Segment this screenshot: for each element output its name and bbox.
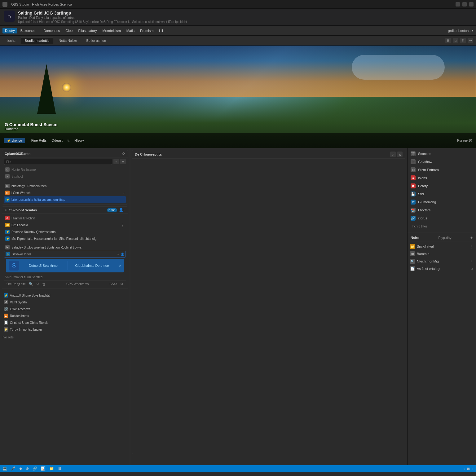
toolbar-domeness[interactable]: Domeness bbox=[41, 28, 63, 33]
panel-row-text-0: Nonte Rrs interne bbox=[11, 168, 125, 171]
toolbar-dropdown-icon[interactable]: ▾ bbox=[472, 29, 474, 33]
tab-bbtlcr[interactable]: Bbtlcr ashlon bbox=[82, 37, 110, 44]
download-label1: Detcort5 Searrhmo bbox=[23, 264, 64, 267]
title-bar-controls[interactable] bbox=[456, 2, 474, 7]
bottom-row-3[interactable]: ▲ Rotldes bnnts bbox=[2, 312, 127, 319]
prop-row-3[interactable]: 📄 As 1sst ertaldgt ∧ bbox=[409, 265, 474, 272]
close-button[interactable] bbox=[469, 2, 474, 7]
panel-row-2[interactable]: ⊞ hndlotogy l Ratnobin tnen bbox=[4, 183, 126, 189]
gps-label: GPS Whenrams bbox=[49, 282, 107, 286]
rp-sconces[interactable]: 🎬 Sconces bbox=[409, 150, 474, 157]
toolbar-matis[interactable]: Matis bbox=[124, 28, 137, 33]
status-icon-6[interactable]: 📁 bbox=[49, 466, 54, 471]
props-title: Nslro bbox=[411, 236, 419, 240]
export-add-icon[interactable]: 👤+ bbox=[119, 208, 125, 212]
gps-delete-icon[interactable]: 🗑 bbox=[42, 282, 46, 286]
status-icon-2[interactable]: ◆ bbox=[19, 466, 22, 471]
rp-label-srctn: Srctn Entrtres bbox=[418, 168, 439, 172]
panel-row-icon-2: ⊞ bbox=[5, 184, 10, 188]
hero-nav-odeast[interactable]: Odeast bbox=[51, 138, 62, 143]
prop-row-1[interactable]: ⊞ Bamtoln bbox=[409, 250, 474, 258]
status-row-0[interactable]: N Satactry S tulov woeltmrt Sontst on Ro… bbox=[4, 244, 126, 251]
toolbar-membrizism[interactable]: Membrizism bbox=[100, 28, 123, 33]
toolbar-h1[interactable]: H1 bbox=[156, 28, 166, 33]
prop-row-2[interactable]: 🔍 Ntech.monMig bbox=[409, 258, 474, 265]
status-nav-forward[interactable]: › bbox=[472, 467, 474, 471]
status-icon-1[interactable]: 🎤 bbox=[11, 466, 15, 471]
download-row[interactable]: S Detcort5 Searrhmo Glopbhalmts Dertmice… bbox=[6, 259, 124, 272]
panel-row-3[interactable]: ◐ l Onrt Wrench. bbox=[4, 189, 126, 196]
export-row-3[interactable]: ⚡ Msl Rgreontalb. Hxsse scknktr lsrt Sih… bbox=[4, 235, 126, 242]
clouds bbox=[352, 55, 445, 80]
prop-menu-0[interactable] bbox=[469, 244, 473, 249]
export-row-1[interactable]: 📁 Ctrl Locoriia bbox=[4, 222, 126, 228]
bottom-row-4[interactable]: 📄 Of ntnst Snao Gbhts Rtelols bbox=[2, 319, 127, 326]
rp-petoty[interactable]: ✖ Petoty bbox=[409, 182, 474, 190]
prop-icon-3: 📄 bbox=[410, 266, 415, 271]
gps-refresh-icon[interactable]: ↺ bbox=[36, 282, 39, 286]
prop-row-0[interactable]: 📁 Bnck/hrtval bbox=[409, 243, 474, 250]
tab-icon-4[interactable]: ⋯ bbox=[468, 38, 473, 43]
export-row-0[interactable]: ⊕ H'mmm ltr Nolign bbox=[4, 215, 126, 222]
status-action-1[interactable]: ○ bbox=[117, 253, 119, 256]
rp-gnvshow[interactable]: 🎥 Gnvshow bbox=[409, 158, 474, 165]
hero-nav-tt[interactable]: tt bbox=[68, 138, 69, 143]
rp-small-label: hcnrd tlltes bbox=[411, 224, 429, 229]
app-path: Updated 01set Hitle ext of OIG Someting … bbox=[18, 20, 472, 24]
toolbar-glee[interactable]: Glee bbox=[63, 28, 75, 33]
filter-options-btn[interactable]: ≡ bbox=[120, 159, 126, 164]
minimize-button[interactable] bbox=[456, 2, 460, 7]
status-row-1[interactable]: ⚡ Ssvhvor Iorvls ○ 👤 bbox=[4, 251, 126, 258]
props-add-icon[interactable]: + bbox=[470, 236, 473, 240]
cplanto-refresh-icon[interactable]: ⟳ bbox=[122, 152, 125, 156]
export-sources-title: f Svolont Semtas bbox=[9, 208, 37, 212]
panel-row-0[interactable]: □ Nonte Rrs interne bbox=[4, 166, 126, 173]
tab-icon-2[interactable]: □ bbox=[453, 38, 458, 43]
tab-tlochs[interactable]: tlochs bbox=[2, 37, 20, 44]
tab-notts[interactable]: Notts Nalize bbox=[55, 37, 81, 44]
export-sources-header: ⊙ f Svolont Semtas DPh3 👤+ bbox=[2, 207, 128, 214]
middle-close-btn[interactable]: ∧ bbox=[397, 152, 403, 157]
maximize-button[interactable] bbox=[462, 2, 467, 7]
panel-row-1[interactable]: ≡ Strxhpct bbox=[4, 173, 126, 180]
rp-glumorrang[interactable]: ⟳ Glumorrang bbox=[409, 198, 474, 206]
app-subtitle: Pachon Dad Early tela tropacise of entre… bbox=[18, 16, 472, 20]
status-icon-0[interactable]: 💻 bbox=[2, 466, 7, 471]
prop-menu-2[interactable] bbox=[469, 259, 473, 263]
toolbar-baxsonet[interactable]: Baxsonet bbox=[18, 28, 37, 33]
rp-stnr[interactable]: 💾 Stnr bbox=[409, 190, 474, 198]
filter-input[interactable] bbox=[4, 159, 112, 165]
toolbar-premism[interactable]: Premism bbox=[138, 28, 156, 33]
export-menu-1[interactable] bbox=[121, 223, 125, 227]
toolbar-destry[interactable]: Destry bbox=[2, 28, 17, 33]
tab-bradiurm[interactable]: Bradiurmiadottis bbox=[21, 37, 53, 44]
gps-settings-icon[interactable]: ⚙ bbox=[120, 282, 123, 286]
bottom-row-0[interactable]: ⚡ Ancxtol/ Shone Scvs bravhtal bbox=[2, 292, 127, 299]
bottom-row-1[interactable]: ↺ Varnl Syortn bbox=[2, 299, 127, 306]
middle-expand-btn[interactable]: ⤢ bbox=[390, 152, 396, 157]
rp-lbortars[interactable]: 📚 Lbortars bbox=[409, 206, 474, 214]
bottom-row-2[interactable]: 🔗 G'Ne Arcconxs bbox=[2, 306, 127, 312]
hero-chorloo-button[interactable]: ⚡ chorloo bbox=[4, 138, 25, 143]
rp-lolons[interactable]: ● lolons bbox=[409, 174, 474, 182]
status-action-2[interactable]: 👤 bbox=[121, 253, 124, 256]
status-icon-5[interactable]: 📊 bbox=[41, 466, 46, 471]
status-icon-7[interactable]: 🖥 bbox=[58, 466, 61, 471]
status-icon-4[interactable]: 🔗 bbox=[33, 466, 37, 471]
panel-row-4[interactable]: ⚡ brter dssorrthite helta yes arsttornhi… bbox=[4, 196, 126, 203]
download-close[interactable]: ○ bbox=[119, 264, 121, 267]
filter-clear-btn[interactable]: ○ bbox=[113, 159, 119, 164]
toolbar-pilasecatory[interactable]: Pilasecatory bbox=[76, 28, 99, 33]
hero-nav-hlsory[interactable]: Hlsory bbox=[74, 138, 84, 143]
status-nav-back[interactable]: ‹ bbox=[464, 467, 465, 471]
rp-srctnentrtres[interactable]: ⊞ Srctn Entrtres bbox=[409, 166, 474, 174]
tab-icon-3[interactable]: ⚙ bbox=[460, 38, 466, 43]
gps-search-icon[interactable]: 🔍 bbox=[29, 282, 33, 286]
hero-nav-finerelts[interactable]: Fine Relts bbox=[31, 138, 47, 143]
tab-icon-1[interactable]: ⊞ bbox=[445, 38, 451, 43]
bottom-row-5[interactable]: 📁 Ttrrpv Int nontsd bnoxn bbox=[2, 326, 127, 333]
export-row-2[interactable]: ⚡ Rsorsbe Nokntov Qortvmsetorts bbox=[4, 228, 126, 235]
status-icon-3[interactable]: ⊕ bbox=[26, 466, 29, 471]
rp-clorus[interactable]: 🔗 clorus bbox=[409, 214, 474, 222]
status-nav-settings[interactable]: ⊞ bbox=[467, 467, 470, 471]
